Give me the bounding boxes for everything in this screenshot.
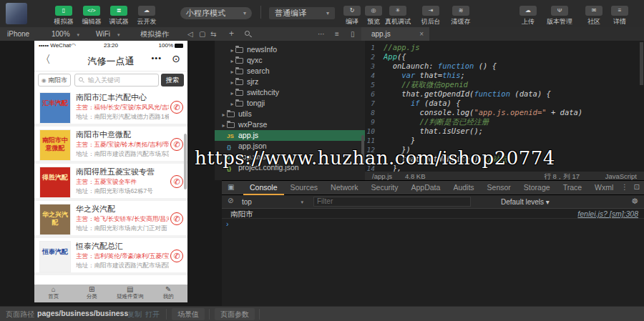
tool-调试器[interactable]: ≣调试器 — [103, 2, 135, 26]
list-item[interactable]: 得胜汽配南阳得胜五菱宝骏专营主营：五菱宝骏全车件地址：南阳光彩市场62栋7号✆ — [34, 164, 187, 201]
list-item[interactable]: 华之兴汽配华之兴汽配主营：哈飞/长安轿车/长安商用/昌河/五…地址：南阳光彩市场… — [34, 201, 187, 238]
chevron-down-icon: ▾ — [77, 32, 80, 37]
simulator-scrollbar[interactable] — [184, 134, 187, 189]
inspect-icon[interactable]: ▣ — [228, 183, 234, 191]
tool-详情[interactable]: ≡详情 — [604, 2, 635, 26]
tree-item-app.wxss[interactable]: #app.wxss — [215, 152, 365, 162]
tree-item-tongji[interactable]: ▸tongji — [215, 98, 365, 109]
tab-app-js[interactable]: app.js × — [361, 27, 429, 41]
tree-item-qyxc[interactable]: ▸qyxc — [215, 55, 365, 66]
devtools-tab-security[interactable]: Security — [365, 181, 405, 195]
sim-icon-0[interactable]: ◁ — [187, 28, 193, 40]
search-input[interactable]: 输入关键词 — [74, 74, 159, 87]
sim-dropdown-iPhone 5[interactable]: iPhone 5▾ — [3, 28, 44, 40]
devtools-tab-audits[interactable]: Audits — [447, 181, 480, 195]
tree-item-utils[interactable]: ▸utils — [215, 109, 365, 119]
open-path-link[interactable]: 打开 — [145, 310, 160, 320]
search-button[interactable]: 搜索 — [161, 74, 184, 87]
tree-item-sjrz[interactable]: ▸sjrz — [215, 76, 365, 87]
line-number: 1 — [365, 43, 384, 52]
phone-call-icon[interactable]: ✆ — [170, 175, 183, 188]
add-file-button[interactable]: + — [229, 28, 234, 40]
list-item[interactable]: 南阳市中意微配南阳市中意微配主营：五菱/宝骏/铃木/奥拓/吉利/帝豪/…地址：南… — [34, 127, 187, 164]
tab-label: app.js — [371, 30, 391, 38]
sim-dropdown-WiFi[interactable]: WiFi▾ — [92, 28, 133, 40]
devtools-tab-appdata[interactable]: AppData — [405, 181, 447, 195]
dock-panel-icon[interactable]: ⊡ — [634, 183, 640, 191]
list-item[interactable]: 恒泰汽配恒泰汽配总汇主营：吉利/英伦/帝豪/康利/五菱/宝骏/…地址：南阳市建设… — [34, 238, 187, 275]
tab-分类[interactable]: ⊞分类 — [73, 285, 112, 302]
line-number: 14 — [365, 164, 384, 172]
tool-切后台[interactable]: ⇥切后台 — [415, 2, 447, 26]
phone-call-icon[interactable]: ✆ — [170, 138, 183, 151]
tree-item-app.js[interactable]: JSapp.js — [215, 130, 365, 141]
console-log-row: 南阳市 fenlei.js? [sm]:308 — [222, 209, 644, 219]
sim-dropdown-模拟操作[interactable]: 模拟操作▾ — [136, 28, 180, 40]
city-selector[interactable]: ◉ 南阳市 — [38, 74, 71, 87]
我的-icon: ✎ — [150, 285, 188, 293]
capsule-home-icon[interactable]: ⊙ — [172, 53, 180, 64]
close-icon[interactable]: × — [419, 27, 424, 41]
tree-item-app.json[interactable]: {}app.json — [215, 141, 365, 152]
tool-模拟器[interactable]: ▯模拟器 — [48, 2, 79, 26]
devtools-tab-console[interactable]: Console — [243, 181, 284, 195]
tool-真机调试[interactable]: ✳真机调试 — [381, 2, 415, 26]
devtools-tab-wxml[interactable]: Wxml — [588, 181, 620, 195]
wechat-devtools-window: ▯模拟器</>编辑器≣调试器☁云开发 小程序模式 ▾ 普通编译 ▾ ↻编译◎预览… — [0, 0, 644, 321]
sim-icon-1[interactable]: ▢ — [199, 28, 205, 40]
tree-item-wxParse[interactable]: ▸wxParse — [215, 119, 365, 130]
分类-icon: ⊞ — [73, 285, 112, 293]
phone-call-icon[interactable]: ✆ — [170, 212, 183, 225]
code-editor[interactable]: 1//app.js2App({3 onLaunch: function () {… — [365, 41, 644, 172]
gear-icon[interactable]: ☸ — [631, 197, 638, 206]
devtools-tab-storage[interactable]: Storage — [517, 181, 557, 195]
panel-icon-0[interactable]: ⋯ — [318, 28, 325, 40]
tab-疑难件查询[interactable]: ▤疑难件查询 — [111, 285, 150, 302]
editor-scrollbar[interactable] — [640, 42, 643, 85]
menu-dots-icon[interactable]: ••• — [151, 54, 162, 62]
sim-icon-2[interactable]: ⇆ — [210, 28, 216, 40]
search-icon[interactable] — [245, 31, 250, 36]
tree-item-switchcity[interactable]: ▸switchcity — [215, 87, 365, 98]
tool-清缓存[interactable]: ≋清缓存 — [445, 2, 477, 26]
divider — [259, 309, 260, 320]
tree-item-project.config.json[interactable]: {}project.config.json — [215, 162, 365, 173]
log-source-link[interactable]: fenlei.js? [sm]:308 — [577, 209, 638, 219]
compile-mode-dropdown[interactable]: 普通编译 ▾ — [269, 7, 335, 19]
devtools-tab-sensor[interactable]: Sensor — [481, 181, 517, 195]
code-line: 2App({ — [365, 52, 644, 61]
filter-input[interactable]: Filter — [313, 197, 471, 207]
mode-dropdown[interactable]: 小程序模式 ▾ — [180, 7, 252, 19]
user-avatar[interactable] — [6, 3, 27, 24]
log-levels-dropdown[interactable]: Default levels ▾ — [501, 197, 550, 207]
business-logo: 得胜汽配 — [39, 167, 71, 198]
tree-item-newsInfo[interactable]: ▸newsInfo — [215, 44, 365, 55]
copy-path-link[interactable]: 复制 — [127, 310, 142, 320]
tree-item-search[interactable]: ▸search — [215, 66, 365, 76]
devtools-tab-network[interactable]: Network — [324, 181, 365, 195]
tab-label: 我的 — [150, 293, 188, 300]
devtools-tab-sources[interactable]: Sources — [284, 181, 325, 195]
console-prompt[interactable]: › — [222, 219, 644, 229]
sim-dropdown-100%[interactable]: 100%▾ — [47, 28, 89, 40]
tool-版本管理[interactable]: Ψ版本管理 — [541, 2, 578, 26]
tool-上传[interactable]: ☁上传 — [512, 2, 544, 26]
line-number: 2 — [365, 52, 384, 61]
devtools-tab-trace[interactable]: Trace — [557, 181, 588, 195]
clear-console-icon[interactable]: ⊘ — [228, 197, 233, 204]
phone-call-icon[interactable]: ✆ — [170, 250, 183, 262]
panel-icon-2[interactable]: ▯ — [351, 28, 355, 40]
code-token: + data) — [547, 108, 583, 117]
scene-value-button[interactable]: 场景值 — [172, 308, 205, 320]
tool-云开发[interactable]: ☁云开发 — [131, 2, 162, 26]
list-item[interactable]: 汇丰汽配南阳市汇丰汽配中心主营：福特/长安/宝骏/东风风光/吉利/…地址：南阳光… — [34, 89, 187, 127]
page-params-button[interactable]: 页面参数 — [215, 308, 255, 320]
nav-bar: 〈 汽修一点通 ••• ⊙ — [34, 50, 187, 71]
context-dropdown[interactable]: top▾ — [242, 197, 303, 207]
tab-首页[interactable]: ⌂首页 — [34, 285, 73, 302]
more-options-icon[interactable]: ⋮ — [621, 183, 628, 191]
tree-scrollbar[interactable] — [361, 135, 364, 165]
phone-call-icon[interactable]: ✆ — [170, 101, 183, 114]
panel-icon-1[interactable]: ≡ — [335, 28, 339, 40]
tab-我的[interactable]: ✎我的 — [150, 285, 188, 302]
